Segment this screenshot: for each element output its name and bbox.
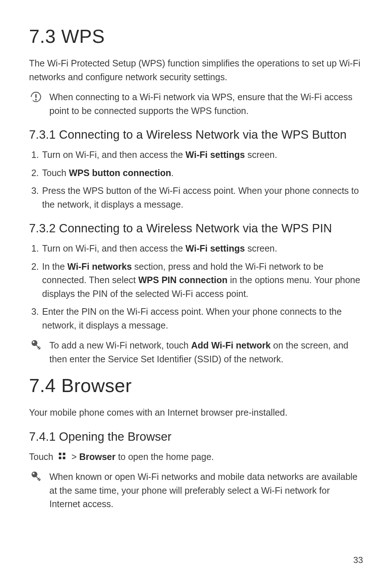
step-bold: Wi-Fi settings bbox=[185, 150, 245, 160]
svg-rect-0 bbox=[35, 94, 37, 98]
step-text: In the bbox=[42, 261, 68, 272]
step-text: Turn on Wi-Fi, and then access the bbox=[42, 150, 185, 160]
note-text: To add a new Wi-Fi network, touch Add Wi… bbox=[49, 339, 363, 366]
tip-pre: To add a new Wi-Fi network, touch bbox=[49, 340, 191, 350]
svg-rect-4 bbox=[59, 453, 61, 455]
step-bold: Wi-Fi settings bbox=[185, 243, 245, 253]
heading-7-4: 7.4 Browser bbox=[29, 375, 363, 396]
touch-pre: Touch bbox=[29, 452, 56, 462]
steps-7-3-1: Turn on Wi-Fi, and then access the Wi-Fi… bbox=[29, 148, 363, 211]
step-bold: Wi-Fi networks bbox=[68, 261, 132, 272]
tip-bold: Add Wi-Fi network bbox=[191, 340, 270, 350]
page-number: 33 bbox=[353, 555, 363, 565]
step-text: . bbox=[171, 168, 174, 178]
step-item: Enter the PIN on the Wi-Fi access point.… bbox=[41, 305, 363, 332]
heading-7-3-2: 7.3.2 Connecting to a Wireless Network v… bbox=[29, 221, 363, 235]
step-item: Touch WPS button connection. bbox=[41, 166, 363, 180]
touch-bold: Browser bbox=[79, 452, 115, 462]
svg-rect-6 bbox=[59, 457, 61, 459]
step-text: Touch bbox=[42, 168, 69, 178]
caution-icon bbox=[29, 90, 43, 118]
note-text: When known or open Wi-Fi networks and mo… bbox=[49, 470, 363, 511]
note-wps-support: When connecting to a Wi-Fi network via W… bbox=[29, 90, 363, 118]
step-item: Press the WPS button of the Wi-Fi access… bbox=[41, 184, 363, 211]
heading-7-3-1: 7.3.1 Connecting to a Wireless Network v… bbox=[29, 128, 363, 142]
tip-wifi-preferred: When known or open Wi-Fi networks and mo… bbox=[29, 470, 363, 511]
note-text: When connecting to a Wi-Fi network via W… bbox=[49, 90, 363, 118]
step-text: Enter the PIN on the Wi-Fi access point.… bbox=[42, 306, 342, 330]
svg-point-3 bbox=[33, 341, 34, 343]
touch-sep: > bbox=[72, 452, 79, 462]
tip-add-wifi-network: To add a new Wi-Fi network, touch Add Wi… bbox=[29, 339, 363, 366]
intro-7-3: The Wi-Fi Protected Setup (WPS) function… bbox=[29, 57, 363, 84]
step-bold: WPS PIN connection bbox=[138, 275, 228, 285]
step-item: Turn on Wi-Fi, and then access the Wi-Fi… bbox=[41, 148, 363, 162]
step-text: screen. bbox=[245, 243, 277, 253]
steps-7-3-2: Turn on Wi-Fi, and then access the Wi-Fi… bbox=[29, 242, 363, 332]
step-item: In the Wi-Fi networks section, press and… bbox=[41, 260, 363, 301]
heading-7-3: 7.3 WPS bbox=[29, 25, 363, 47]
open-browser-instruction: Touch > Browser to open the home page. bbox=[29, 450, 363, 464]
svg-point-9 bbox=[33, 473, 34, 474]
intro-7-4: Your mobile phone comes with an Internet… bbox=[29, 406, 363, 420]
step-text: Press the WPS button of the Wi-Fi access… bbox=[42, 186, 359, 209]
step-bold: WPS button connection bbox=[69, 168, 171, 178]
tip-icon bbox=[29, 470, 43, 511]
touch-post: to open the home page. bbox=[115, 452, 214, 462]
tip-icon bbox=[29, 339, 43, 366]
document-page: 7.3 WPS The Wi-Fi Protected Setup (WPS) … bbox=[0, 0, 392, 587]
step-text: Turn on Wi-Fi, and then access the bbox=[42, 243, 185, 253]
heading-7-4-1: 7.4.1 Opening the Browser bbox=[29, 430, 363, 444]
svg-point-1 bbox=[35, 99, 37, 100]
step-item: Turn on Wi-Fi, and then access the Wi-Fi… bbox=[41, 242, 363, 256]
svg-rect-5 bbox=[63, 453, 65, 455]
app-grid-icon bbox=[58, 452, 67, 461]
step-text: screen. bbox=[245, 150, 277, 160]
svg-rect-7 bbox=[63, 457, 65, 459]
